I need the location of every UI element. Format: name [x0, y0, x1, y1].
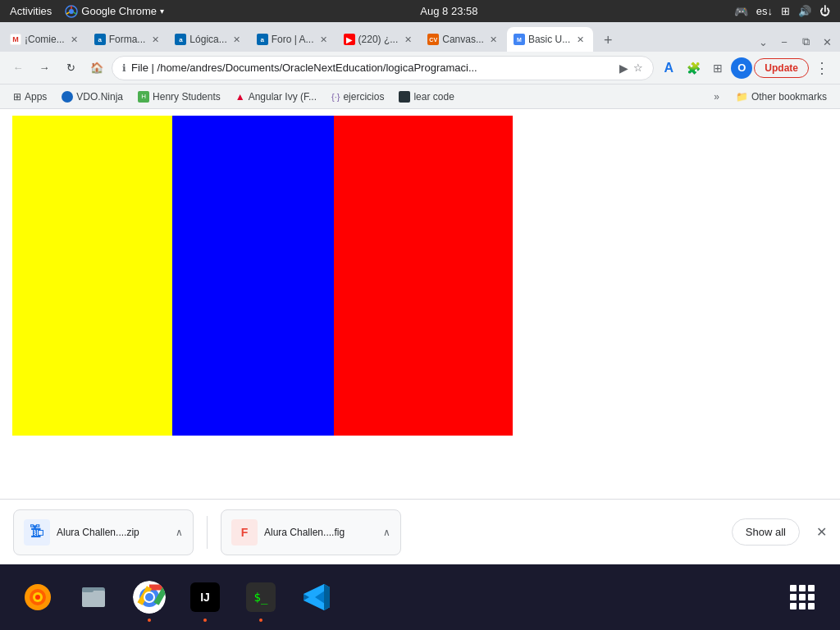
minimize-button[interactable]: −: [774, 32, 794, 52]
downloads-bar: 🗜 Alura Challen....zip ∧ F Alura Challen…: [0, 499, 840, 564]
tab-label-youtube: (220) ¿...: [358, 34, 399, 45]
taskbar-vscode[interactable]: [295, 576, 338, 619]
henry-bookmark-label: Henry Students: [153, 91, 221, 103]
forward-button[interactable]: →: [33, 57, 56, 80]
close-window-button[interactable]: ✕: [817, 32, 837, 52]
tab-logica[interactable]: a Lógica... ✕: [168, 27, 249, 52]
color-strips-container: [12, 116, 513, 436]
other-bookmarks-label: Other bookmarks: [751, 91, 827, 103]
tab-favicon-logica: a: [175, 34, 186, 45]
tab-close-basic[interactable]: ✕: [573, 33, 587, 46]
taskbar-intellij[interactable]: IJ: [184, 576, 226, 619]
svg-point-15: [145, 593, 153, 601]
forward-icon: →: [39, 62, 50, 74]
chrome-window: M ¡Comie... ✕ a Forma... ✕ a Lógica... ✕…: [0, 22, 840, 564]
download-item-fig[interactable]: F Alura Challen....fig ∧: [221, 509, 401, 555]
svg-line-4: [66, 11, 70, 13]
grid-icon: [790, 585, 815, 609]
activities-menu[interactable]: Activities: [10, 5, 52, 17]
tab-close-alura[interactable]: ✕: [148, 33, 162, 46]
app-menu-chevron[interactable]: ▾: [160, 7, 164, 16]
firefox-icon: [23, 582, 52, 612]
bookmark-angular[interactable]: ▲ Angular Ivy (F...: [229, 87, 323, 107]
address-bar: ← → ↻ 🏠 ℹ File | /home/andres/Documents/…: [0, 52, 840, 84]
fig-file-icon: F: [231, 519, 258, 546]
info-icon: ℹ: [122, 62, 126, 74]
intellij-active-dot: [203, 619, 207, 622]
bookmarks-bar: ⊞ Apps VDO.Ninja H Henry Students ▲ Angu…: [0, 84, 840, 109]
tab-favicon-gmail: M: [10, 34, 21, 45]
tab-close-canvas[interactable]: ✕: [487, 33, 500, 46]
close-downloads-bar-button[interactable]: ✕: [816, 524, 827, 540]
language-indicator[interactable]: es↓: [756, 5, 773, 17]
angular-bookmark-icon: ▲: [235, 91, 245, 103]
angular-bookmark-label: Angular Ivy (F...: [249, 91, 317, 103]
tab-youtube[interactable]: ▶ (220) ¿... ✕: [337, 27, 422, 52]
tab-favicon-basic: M: [514, 34, 525, 45]
vscode-icon: [302, 582, 331, 612]
multiwindow-icon[interactable]: ⊞: [706, 57, 729, 80]
bookmark-henry[interactable]: H Henry Students: [131, 87, 227, 107]
show-all-button[interactable]: Show all: [732, 518, 800, 546]
volume-icon[interactable]: 🔊: [798, 5, 811, 17]
tab-overflow-button[interactable]: ⌄: [753, 32, 773, 52]
back-button[interactable]: ←: [7, 57, 30, 80]
navigate-icon: ▶: [619, 62, 628, 75]
tab-basic[interactable]: M Basic U... ✕: [507, 27, 593, 52]
tab-close-logica[interactable]: ✕: [231, 33, 244, 46]
download-item-zip[interactable]: 🗜 Alura Challen....zip ∧: [13, 509, 194, 555]
chrome-os-icon: [65, 5, 78, 18]
other-bookmarks-folder[interactable]: 📁 Other bookmarks: [729, 89, 833, 104]
taskbar-files[interactable]: [72, 576, 115, 619]
taskbar-firefox[interactable]: [16, 576, 59, 619]
new-tab-button[interactable]: +: [596, 29, 619, 52]
refresh-button[interactable]: ↻: [59, 57, 82, 80]
tab-alura[interactable]: a Forma... ✕: [88, 27, 169, 52]
download-name-fig: Alura Challen....fig: [264, 527, 377, 538]
grid-dot-5: [799, 594, 806, 600]
bookmark-ejercicios[interactable]: {·} ejercicios: [325, 87, 390, 107]
extension-icon-a[interactable]: A: [657, 57, 680, 80]
tab-foro[interactable]: a Foro | A... ✕: [250, 27, 337, 52]
bookmark-learcode[interactable]: lear code: [392, 87, 460, 107]
profile-icon[interactable]: O: [731, 57, 752, 79]
tab-gmail[interactable]: M ¡Comie... ✕: [3, 27, 88, 52]
tab-close-foro[interactable]: ✕: [317, 33, 331, 46]
address-box[interactable]: ℹ File | /home/andres/Documents/OracleNe…: [112, 56, 654, 80]
bookmarks-overflow[interactable]: »: [707, 89, 726, 104]
tab-canvas[interactable]: CV Canvas... ✕: [421, 27, 507, 52]
bookmark-star-icon[interactable]: ☆: [633, 62, 643, 74]
download-info-zip: Alura Challen....zip: [57, 527, 169, 538]
window-layout-icon[interactable]: ⊞: [781, 5, 790, 17]
download-name-zip: Alura Challen....zip: [57, 527, 169, 538]
os-tray: 🎮 es↓ ⊞ 🔊 ⏻: [734, 5, 830, 18]
grid-dot-7: [790, 603, 797, 609]
bookmark-vdo[interactable]: VDO.Ninja: [55, 87, 130, 107]
download-fig-chevron[interactable]: ∧: [383, 527, 390, 538]
chrome-menu-icon[interactable]: ⋮: [810, 57, 833, 80]
extensions-puzzle-icon[interactable]: 🧩: [682, 57, 705, 80]
terminal-active-dot: [259, 619, 262, 622]
svg-rect-10: [82, 591, 105, 607]
intellij-icon: IJ: [190, 582, 220, 612]
update-button[interactable]: Update: [754, 58, 809, 78]
home-button[interactable]: 🏠: [85, 57, 108, 80]
tab-close-youtube[interactable]: ✕: [401, 33, 414, 46]
blue-strip: [172, 116, 334, 436]
bookmark-apps[interactable]: ⊞ Apps: [7, 87, 53, 107]
taskbar-chrome[interactable]: [128, 576, 171, 619]
maximize-button[interactable]: ⧉: [796, 32, 815, 52]
svg-point-1: [69, 9, 74, 14]
downloads-separator: [207, 516, 208, 549]
taskbar-grid-button[interactable]: [781, 576, 824, 619]
zip-file-icon: 🗜: [24, 519, 50, 546]
power-icon[interactable]: ⏻: [819, 5, 830, 17]
vdo-bookmark-icon: [62, 91, 73, 103]
taskbar-terminal[interactable]: $_: [240, 576, 282, 619]
learcode-bookmark-icon: [399, 91, 410, 103]
svg-point-8: [35, 595, 40, 600]
grid-dot-3: [808, 585, 815, 591]
tab-close-gmail[interactable]: ✕: [68, 33, 81, 46]
tab-favicon-alura: a: [94, 34, 106, 45]
download-zip-chevron[interactable]: ∧: [176, 527, 183, 538]
